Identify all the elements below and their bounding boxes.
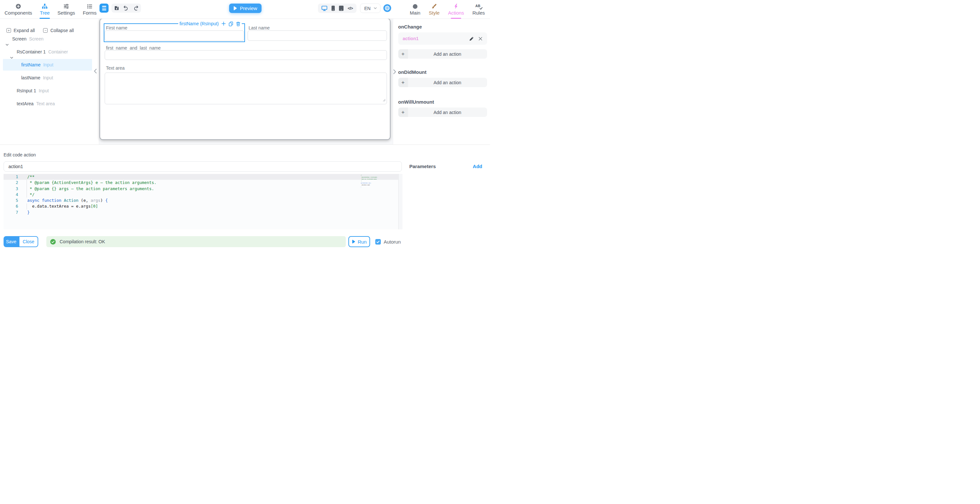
tree-item-name: RsInput 1 (17, 88, 36, 93)
menu-button[interactable] (100, 3, 108, 13)
tree-panel: + Expand all − Collapse all ScreenScreen… (0, 19, 99, 145)
line-number: 2 (3, 180, 18, 186)
tab-components[interactable]: Components (5, 0, 32, 19)
code-view-icon[interactable]: </> (348, 6, 353, 11)
tree-item-lastname[interactable]: lastNameInput (0, 71, 99, 84)
tree-item-rscontainer-1[interactable]: RsContainer 1Container (0, 45, 99, 58)
menu-icon (102, 6, 106, 7)
autorun-toggle[interactable]: Autorun (375, 236, 401, 247)
tab-label: Forms (83, 10, 97, 15)
add-action-button[interactable]: +Add an action (398, 49, 487, 59)
plus-icon: + (398, 49, 408, 59)
style-icon (431, 3, 437, 9)
resize-handle-icon[interactable] (383, 97, 386, 103)
tree-item-rsinput-1[interactable]: RsInput 1Input (0, 84, 99, 97)
combined-field-label: first_name_and_last_name (106, 45, 161, 51)
expand-all-icon: + (6, 28, 11, 33)
tablet-icon[interactable] (339, 5, 344, 11)
tree-item-name: lastName (21, 75, 40, 80)
line-content: */ (27, 192, 35, 197)
parameters-label: Parameters (409, 164, 436, 169)
line-content: e.data.textArea = e.args[0] (27, 204, 98, 208)
duplicate-icon[interactable] (229, 21, 233, 26)
tree-item-type: Input (43, 75, 53, 80)
close-button[interactable]: Close (19, 236, 38, 247)
editor-scrollbar[interactable] (398, 174, 402, 229)
settings-gear-button[interactable] (383, 4, 391, 12)
add-action-label: Add an action (408, 49, 487, 59)
combined-input[interactable] (105, 50, 387, 60)
workspace: + Expand all − Collapse all ScreenScreen… (0, 19, 490, 145)
event-section-onwillunmount: onWillUnmount+Add an action (398, 99, 487, 117)
add-action-label: Add an action (408, 78, 487, 87)
language-select[interactable]: EN (360, 3, 380, 13)
first-name-label: First name (106, 25, 127, 30)
tree-item-name: RsContainer 1 (17, 49, 46, 54)
edit-action-icon[interactable] (469, 36, 474, 41)
save-button[interactable]: Save (3, 236, 19, 247)
code-line-5: 5async function Action (e, args) { (3, 197, 402, 204)
event-title: onDidMount (398, 69, 487, 75)
tab-label: Components (5, 10, 32, 15)
right-tab-bar: MainStyleActionsABRules (410, 0, 485, 19)
desktop-icon[interactable] (321, 5, 327, 11)
indent-guide (27, 180, 27, 186)
first-name-input[interactable] (105, 30, 244, 41)
add-parameter-button[interactable]: Add (473, 164, 482, 169)
preview-button[interactable]: Preview (229, 3, 261, 13)
save-icon[interactable] (114, 5, 119, 11)
settings-icon (64, 3, 69, 9)
active-tab-underline (40, 18, 50, 19)
play-icon (233, 6, 237, 10)
undo-icon[interactable] (123, 5, 129, 11)
line-content: /** (27, 174, 35, 179)
tab-rules[interactable]: ABRules (473, 0, 485, 19)
tab-forms[interactable]: Forms (83, 0, 97, 19)
top-toolbar: ComponentsTreeSettingsForms Preview </> … (0, 0, 490, 19)
tree-item-name: firstName (21, 62, 41, 67)
line-number: 3 (3, 186, 18, 192)
last-name-input[interactable] (248, 30, 387, 41)
add-action-button[interactable]: +Add an action (398, 78, 487, 87)
action-item-action1[interactable]: action1 (398, 32, 487, 45)
action-name-input[interactable] (3, 161, 402, 172)
add-action-label: Add an action (408, 108, 487, 117)
code-line-4: 4 */ (3, 192, 402, 197)
run-button[interactable]: Run (348, 236, 370, 247)
phone-icon[interactable] (331, 5, 335, 11)
text-area-input[interactable] (105, 73, 387, 104)
tab-style[interactable]: Style (429, 0, 439, 19)
tree-item-screen[interactable]: ScreenScreen (0, 32, 99, 45)
line-number: 4 (3, 192, 18, 197)
collapse-right-panel-icon[interactable] (393, 69, 396, 75)
code-action-panel: Edit code action Parameters Add 1/**2 * … (0, 145, 490, 252)
tab-label: Main (410, 10, 421, 15)
add-action-button[interactable]: +Add an action (398, 108, 487, 117)
tree-icon (42, 3, 48, 9)
delete-icon[interactable] (236, 21, 240, 26)
redo-icon[interactable] (133, 5, 139, 11)
tree-item-textarea[interactable]: textAreaText area (0, 97, 99, 110)
add-component-icon[interactable] (221, 21, 226, 26)
line-content: * @param {ActionEventArgs} e — the actio… (27, 180, 156, 185)
device-toggle-group: </> (318, 3, 356, 13)
collapse-all-icon: − (43, 28, 48, 33)
chevron-down-icon (374, 7, 377, 10)
event-section-onchange: onChangeaction1+Add an action (398, 24, 487, 59)
collapse-left-panel-icon[interactable] (94, 69, 97, 75)
tab-main[interactable]: Main (410, 0, 421, 19)
tab-settings[interactable]: Settings (57, 0, 75, 19)
forms-icon (87, 3, 92, 9)
autorun-checkbox[interactable] (375, 239, 381, 245)
tab-label: Style (429, 10, 439, 15)
tab-tree[interactable]: Tree (40, 0, 49, 19)
compilation-message: Compilation result: OK (60, 239, 105, 244)
code-line-7: 7} (3, 210, 402, 215)
remove-action-icon[interactable] (478, 37, 482, 41)
tab-actions[interactable]: Actions (448, 0, 464, 19)
screen-canvas[interactable]: firstName (RsInput) First name Last name… (100, 18, 390, 140)
code-editor[interactable]: 1/**2 * @param {ActionEventArgs} e — the… (3, 174, 402, 229)
line-number: 6 (3, 204, 18, 209)
tree-item-firstname[interactable]: firstNameInput (0, 58, 99, 71)
main-icon (412, 3, 418, 9)
